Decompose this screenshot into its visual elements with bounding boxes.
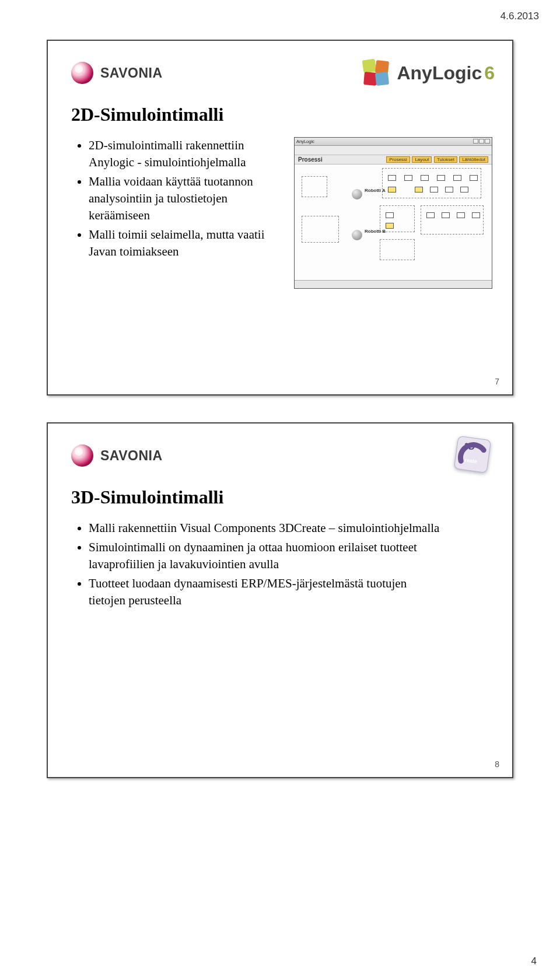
slide-number: 8	[495, 760, 499, 769]
process-block	[472, 212, 480, 218]
slide-title: 2D-Simulointimalli	[71, 104, 495, 125]
robot-b-label: Robotti B	[365, 229, 386, 234]
window-title: AnyLogic	[296, 139, 314, 144]
bullet-item: Malli toimii selaimella, mutta vaatii Ja…	[89, 226, 281, 260]
window-titlebar: AnyLogic	[295, 138, 492, 146]
slide-3d-simulointimalli: SAVONIA 3D reate 3D-Simulointimalli	[47, 422, 513, 778]
robot-a-label: Robotti A	[365, 188, 386, 193]
bullet-item: Simulointimalli on dynaaminen ja ottaa h…	[89, 539, 444, 573]
window-statusbar	[295, 280, 492, 288]
savonia-logo: SAVONIA	[71, 62, 163, 84]
robot-node-icon	[352, 230, 362, 240]
process-block	[442, 212, 450, 218]
tab-title: Prosessi	[298, 156, 323, 163]
slide-body: 2D-simulointimalli rakennettiin Anylogic…	[71, 137, 495, 289]
svg-rect-0	[362, 59, 377, 74]
process-block	[386, 212, 394, 218]
3dcreate-icon: 3D reate	[450, 432, 495, 477]
savonia-swirl-icon	[71, 444, 93, 467]
process-block	[445, 187, 453, 192]
bullet-item: Mallia voidaan käyttää tuotannon analyso…	[89, 173, 281, 224]
process-block	[421, 175, 429, 181]
slide-2d-simulointimalli: SAVONIA AnyLogic6 2D-Simulointimalli	[47, 40, 513, 396]
bullet-item: 2D-simulointimalli rakennettiin Anylogic…	[89, 137, 281, 171]
process-block	[415, 187, 423, 192]
date-text: 4.6.2013	[501, 10, 539, 22]
process-block	[388, 187, 396, 192]
slide-number: 7	[495, 377, 499, 386]
window-toolbar	[295, 146, 492, 155]
window-buttons	[473, 139, 490, 145]
bullet-list: 2D-simulointimalli rakennettiin Anylogic…	[71, 137, 281, 289]
process-block	[388, 175, 396, 181]
tab-layout[interactable]: Layout	[412, 156, 432, 163]
dashed-box	[421, 205, 484, 235]
savonia-wordmark: SAVONIA	[100, 65, 163, 81]
savonia-swirl-icon	[71, 62, 93, 84]
bullet-list: Malli rakennettiin Visual Components 3DC…	[71, 520, 444, 609]
tab-lahtotiedot[interactable]: Lähtötiedot	[459, 156, 488, 163]
process-canvas: Robotti A Robotti B	[295, 164, 492, 280]
slide-title: 3D-Simulointimalli	[71, 487, 495, 508]
robot-node-icon	[352, 189, 362, 200]
page-sheet: 4.6.2013 SAVONIA AnyLogic6	[0, 0, 560, 980]
process-block	[404, 175, 412, 181]
dashed-box	[302, 216, 339, 243]
svg-rect-2	[364, 72, 378, 86]
process-block	[453, 175, 461, 181]
anylogic-logo: AnyLogic6	[362, 58, 495, 88]
process-block	[460, 187, 468, 192]
slide-header: SAVONIA AnyLogic6	[71, 55, 495, 91]
anylogic-wordmark: AnyLogic6	[397, 62, 495, 84]
process-block	[430, 187, 438, 192]
dashed-box	[302, 176, 327, 197]
process-block	[437, 175, 445, 181]
savonia-wordmark: SAVONIA	[100, 448, 163, 464]
dashed-box	[380, 239, 415, 260]
tab-group: Prosessi Layout Tulokset Lähtötiedot	[386, 156, 488, 163]
process-block	[457, 212, 465, 218]
svg-rect-3	[375, 72, 389, 86]
savonia-logo: SAVONIA	[71, 444, 163, 467]
anylogic-screenshot: AnyLogic Prosessi Prosessi Layout Tuloks…	[294, 137, 492, 289]
process-block	[470, 175, 478, 181]
3dcreate-logo: 3D reate	[450, 432, 495, 477]
tab-prosessi[interactable]: Prosessi	[386, 156, 410, 163]
svg-rect-1	[375, 60, 389, 74]
slide-header: SAVONIA 3D reate	[71, 438, 495, 474]
process-block	[386, 223, 394, 229]
tab-bar: Prosessi Prosessi Layout Tulokset Lähtöt…	[295, 155, 492, 164]
tab-tulokset[interactable]: Tulokset	[434, 156, 457, 163]
page-number: 4	[531, 956, 537, 967]
bullet-item: Tuotteet luodaan dynaamisesti ERP/MES-jä…	[89, 575, 444, 609]
process-block	[426, 212, 435, 218]
dashed-box	[382, 168, 481, 198]
anylogic-puzzle-icon	[362, 58, 391, 88]
bullet-item: Malli rakennettiin Visual Components 3DC…	[89, 520, 444, 537]
